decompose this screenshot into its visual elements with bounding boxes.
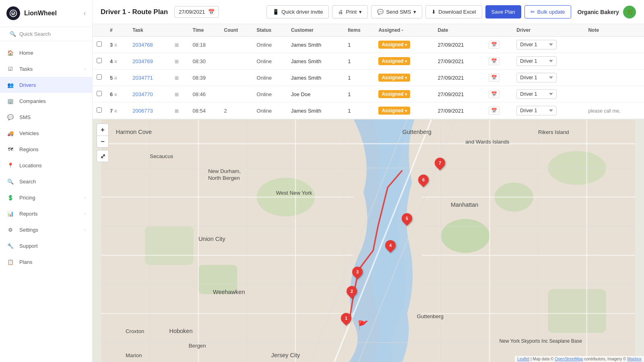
row-checkbox[interactable] bbox=[97, 41, 102, 47]
date-edit-button[interactable]: 📅 bbox=[489, 41, 500, 49]
row-checkbox-cell[interactable] bbox=[93, 53, 106, 70]
options-icon[interactable]: ⊞ bbox=[175, 92, 179, 97]
driver-select[interactable]: Driver 1 bbox=[516, 106, 557, 115]
zoom-out-button[interactable]: − bbox=[97, 136, 109, 148]
map-pin-1[interactable]: 1 bbox=[341, 313, 351, 323]
driver-cell[interactable]: Driver 1 bbox=[512, 70, 584, 86]
task-link[interactable]: 2034769 bbox=[132, 58, 153, 64]
sidebar-item-regions[interactable]: 🗺 Regions bbox=[0, 141, 92, 157]
zoom-in-button[interactable]: + bbox=[97, 123, 109, 136]
driver-select[interactable]: Driver 1 bbox=[516, 89, 557, 99]
drag-handle-icon[interactable]: ≡ bbox=[114, 42, 117, 48]
date-edit-button[interactable]: 📅 bbox=[489, 57, 500, 65]
sidebar-item-reports[interactable]: 📊 Reports › bbox=[0, 206, 92, 222]
cal-btn-cell[interactable]: 📅 bbox=[485, 53, 513, 70]
date-edit-button[interactable]: 📅 bbox=[489, 74, 500, 82]
task-options-cell[interactable]: ⊞ bbox=[171, 86, 189, 103]
map-pin-6[interactable]: 6 bbox=[418, 175, 429, 185]
quick-driver-invite-button[interactable]: 📱 Quick driver invite bbox=[266, 5, 329, 19]
row-checkbox-cell[interactable] bbox=[93, 70, 106, 86]
col-time: Time bbox=[189, 24, 220, 37]
task-link[interactable]: 2006773 bbox=[132, 108, 153, 114]
row-checkbox[interactable] bbox=[97, 58, 102, 63]
cal-btn-cell[interactable]: 📅 bbox=[485, 70, 513, 86]
driver-select[interactable]: Driver 1 bbox=[516, 73, 557, 82]
assigned-status-cell[interactable]: Assigned bbox=[374, 70, 433, 86]
sidebar-item-search[interactable]: 🔍 Search bbox=[0, 173, 92, 189]
sidebar-item-support[interactable]: 🔧 Support bbox=[0, 238, 92, 254]
options-icon[interactable]: ⊞ bbox=[175, 42, 179, 48]
task-link[interactable]: 2034771 bbox=[132, 75, 153, 81]
customer-cell: James Smith bbox=[287, 53, 344, 70]
row-checkbox-cell[interactable] bbox=[93, 37, 106, 53]
sidebar-item-pricing[interactable]: 💲 Pricing › bbox=[0, 189, 92, 206]
date-edit-button[interactable]: 📅 bbox=[489, 90, 500, 98]
row-checkbox-cell[interactable] bbox=[93, 86, 106, 103]
save-plan-button[interactable]: Save Plan bbox=[485, 5, 521, 19]
mapbox-link[interactable]: Mapbox bbox=[627, 357, 642, 361]
send-sms-button[interactable]: 💬 Send SMS ▾ bbox=[371, 5, 422, 19]
sidebar-item-vehicles[interactable]: 🚚 Vehicles bbox=[0, 125, 92, 141]
map-pin-2[interactable]: 2 bbox=[347, 286, 357, 296]
options-icon[interactable]: ⊞ bbox=[175, 75, 179, 81]
map-pin-7[interactable]: 7 bbox=[435, 158, 445, 168]
driver-cell[interactable]: Driver 1 bbox=[512, 53, 584, 70]
print-button[interactable]: 🖨 Print ▾ bbox=[332, 5, 368, 19]
driver-select[interactable]: Driver 1 bbox=[516, 56, 557, 66]
drag-handle-icon[interactable]: ≡ bbox=[114, 92, 117, 97]
assigned-badge[interactable]: Assigned bbox=[378, 41, 410, 49]
sidebar-item-companies[interactable]: 🏢 Companies bbox=[0, 93, 92, 109]
assigned-status-cell[interactable]: Assigned bbox=[374, 86, 433, 103]
task-options-cell[interactable]: ⊞ bbox=[171, 70, 189, 86]
map-container[interactable]: Harmon Cove Secaucus New Durham, North B… bbox=[93, 119, 644, 362]
assigned-badge[interactable]: Assigned bbox=[378, 74, 410, 82]
assigned-badge[interactable]: Assigned bbox=[378, 107, 410, 115]
driver-cell[interactable]: Driver 1 bbox=[512, 103, 584, 119]
drag-handle-icon[interactable]: ≡ bbox=[114, 59, 117, 64]
sidebar-item-plans[interactable]: 📋 Plans bbox=[0, 254, 92, 270]
options-icon[interactable]: ⊞ bbox=[175, 108, 179, 114]
sidebar-item-tasks[interactable]: ☑ Tasks › bbox=[0, 61, 92, 77]
task-options-cell[interactable]: ⊞ bbox=[171, 37, 189, 53]
row-checkbox-cell[interactable] bbox=[93, 103, 106, 119]
options-icon[interactable]: ⊞ bbox=[175, 59, 179, 64]
sidebar-item-locations[interactable]: 📍 Locations bbox=[0, 157, 92, 173]
cal-btn-cell[interactable]: 📅 bbox=[485, 103, 513, 119]
osm-link[interactable]: OpenStreetMap bbox=[555, 357, 583, 361]
row-checkbox[interactable] bbox=[97, 91, 102, 96]
expand-map-button[interactable]: ⤢ bbox=[97, 150, 109, 162]
bulk-update-button[interactable]: ✏ Bulk update bbox=[524, 5, 571, 19]
quick-search-area[interactable]: 🔍 Quick Search bbox=[0, 27, 92, 41]
map-pin-5[interactable]: 5 bbox=[402, 213, 412, 224]
map-pin-4[interactable]: 4 bbox=[385, 240, 396, 251]
row-checkbox[interactable] bbox=[97, 107, 102, 113]
task-options-cell[interactable]: ⊞ bbox=[171, 103, 189, 119]
leaflet-link[interactable]: Leaflet bbox=[517, 357, 529, 361]
assigned-badge[interactable]: Assigned bbox=[378, 90, 410, 98]
driver-select[interactable]: Driver 1 bbox=[516, 40, 557, 49]
cal-btn-cell[interactable]: 📅 bbox=[485, 37, 513, 53]
driver-cell[interactable]: Driver 1 bbox=[512, 86, 584, 103]
assigned-status-cell[interactable]: Assigned bbox=[374, 53, 433, 70]
row-checkbox[interactable] bbox=[97, 74, 102, 80]
task-link[interactable]: 2034770 bbox=[132, 91, 153, 97]
sidebar-item-settings[interactable]: ⚙ Settings › bbox=[0, 222, 92, 238]
assigned-status-cell[interactable]: Assigned bbox=[374, 37, 433, 53]
time-cell: 08:30 bbox=[189, 53, 220, 70]
sidebar-item-sms[interactable]: 💬 SMS bbox=[0, 109, 92, 125]
sidebar-item-home[interactable]: 🏠 Home bbox=[0, 45, 92, 61]
sidebar-item-drivers[interactable]: 👥 Drivers bbox=[0, 77, 92, 93]
assigned-status-cell[interactable]: Assigned bbox=[374, 103, 433, 119]
drag-handle-icon[interactable]: ≡ bbox=[114, 108, 117, 114]
drag-handle-icon[interactable]: ≡ bbox=[114, 75, 117, 81]
cal-btn-cell[interactable]: 📅 bbox=[485, 86, 513, 103]
driver-cell[interactable]: Driver 1 bbox=[512, 37, 584, 53]
map-pin-3[interactable]: 3 bbox=[352, 267, 363, 277]
download-excel-button[interactable]: ⬇ Download Excel bbox=[425, 5, 482, 19]
date-picker[interactable]: 27/09/2021 📅 bbox=[174, 6, 219, 18]
date-edit-button[interactable]: 📅 bbox=[489, 107, 500, 115]
sidebar-collapse-button[interactable]: ‹ bbox=[84, 10, 86, 17]
task-link[interactable]: 2034768 bbox=[132, 42, 153, 48]
task-options-cell[interactable]: ⊞ bbox=[171, 53, 189, 70]
assigned-badge[interactable]: Assigned bbox=[378, 57, 410, 65]
